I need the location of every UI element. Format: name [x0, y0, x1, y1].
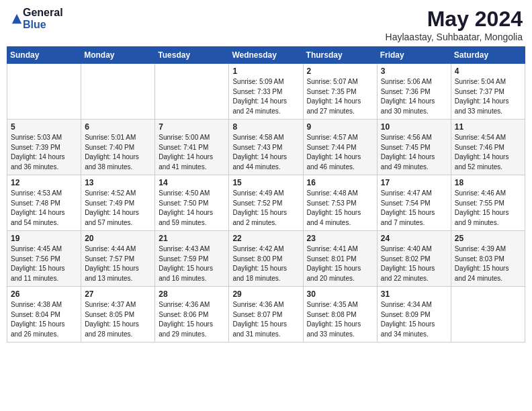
- day-info: Sunrise: 4:49 AM Sunset: 7:52 PM Dayligh…: [232, 189, 299, 228]
- calendar-table: SundayMondayTuesdayWednesdayThursdayFrid…: [7, 46, 525, 342]
- day-cell: [155, 64, 229, 120]
- logo-icon: [11, 13, 23, 25]
- day-number: 25: [455, 234, 521, 243]
- day-number: 28: [159, 289, 225, 299]
- logo-text: General Blue: [23, 7, 63, 30]
- day-cell: 30Sunrise: 4:35 AM Sunset: 8:08 PM Dayli…: [303, 287, 377, 342]
- day-info: Sunrise: 4:48 AM Sunset: 7:53 PM Dayligh…: [307, 189, 373, 228]
- day-info: Sunrise: 4:54 AM Sunset: 7:46 PM Dayligh…: [455, 133, 521, 172]
- day-info: Sunrise: 4:47 AM Sunset: 7:54 PM Dayligh…: [381, 189, 447, 228]
- day-info: Sunrise: 4:36 AM Sunset: 8:06 PM Dayligh…: [159, 300, 225, 339]
- week-row-3: 12Sunrise: 4:53 AM Sunset: 7:48 PM Dayli…: [7, 175, 525, 231]
- day-cell: 8Sunrise: 4:58 AM Sunset: 7:43 PM Daylig…: [229, 120, 303, 175]
- day-number: 27: [85, 289, 151, 299]
- day-number: 5: [11, 122, 77, 132]
- day-info: Sunrise: 4:39 AM Sunset: 8:03 PM Dayligh…: [455, 244, 521, 283]
- day-number: 4: [455, 66, 521, 76]
- day-number: 11: [455, 122, 521, 132]
- day-cell: 29Sunrise: 4:36 AM Sunset: 8:07 PM Dayli…: [229, 287, 303, 342]
- day-cell: 10Sunrise: 4:56 AM Sunset: 7:45 PM Dayli…: [377, 120, 451, 175]
- day-cell: 7Sunrise: 5:00 AM Sunset: 7:41 PM Daylig…: [155, 120, 229, 175]
- day-number: 16: [307, 178, 373, 187]
- day-number: 26: [11, 289, 77, 299]
- day-cell: 15Sunrise: 4:49 AM Sunset: 7:52 PM Dayli…: [229, 175, 303, 231]
- day-info: Sunrise: 4:36 AM Sunset: 8:07 PM Dayligh…: [232, 300, 299, 339]
- day-header-thursday: Thursday: [303, 47, 377, 64]
- day-cell: 26Sunrise: 4:38 AM Sunset: 8:04 PM Dayli…: [7, 287, 81, 342]
- day-info: Sunrise: 4:52 AM Sunset: 7:49 PM Dayligh…: [85, 189, 151, 228]
- day-header-sunday: Sunday: [7, 47, 81, 64]
- day-number: 20: [85, 234, 151, 243]
- day-number: 23: [307, 234, 373, 243]
- day-cell: [7, 64, 81, 120]
- day-number: 15: [232, 178, 299, 187]
- day-cell: 6Sunrise: 5:01 AM Sunset: 7:40 PM Daylig…: [81, 120, 155, 175]
- week-row-2: 5Sunrise: 5:03 AM Sunset: 7:39 PM Daylig…: [7, 120, 525, 175]
- day-number: 18: [455, 178, 521, 187]
- day-info: Sunrise: 4:41 AM Sunset: 8:01 PM Dayligh…: [307, 244, 373, 283]
- day-header-friday: Friday: [377, 47, 451, 64]
- day-info: Sunrise: 4:57 AM Sunset: 7:44 PM Dayligh…: [307, 133, 373, 172]
- day-header-wednesday: Wednesday: [229, 47, 303, 64]
- logo: General Blue: [9, 7, 63, 30]
- month-title: May 2024: [386, 7, 523, 32]
- day-number: 14: [159, 178, 225, 187]
- day-cell: [451, 287, 525, 342]
- day-cell: 9Sunrise: 4:57 AM Sunset: 7:44 PM Daylig…: [303, 120, 377, 175]
- day-cell: 4Sunrise: 5:04 AM Sunset: 7:37 PM Daylig…: [451, 64, 525, 120]
- day-info: Sunrise: 4:44 AM Sunset: 7:57 PM Dayligh…: [85, 244, 151, 283]
- logo-general: General: [23, 7, 63, 19]
- day-info: Sunrise: 5:00 AM Sunset: 7:41 PM Dayligh…: [159, 133, 225, 172]
- day-number: 24: [381, 234, 447, 243]
- svg-marker-0: [12, 13, 21, 23]
- day-cell: 21Sunrise: 4:43 AM Sunset: 7:59 PM Dayli…: [155, 231, 229, 287]
- day-number: 30: [307, 289, 373, 299]
- day-number: 10: [381, 122, 447, 132]
- day-cell: 17Sunrise: 4:47 AM Sunset: 7:54 PM Dayli…: [377, 175, 451, 231]
- day-info: Sunrise: 5:07 AM Sunset: 7:35 PM Dayligh…: [307, 77, 373, 116]
- logo-blue: Blue: [23, 19, 63, 31]
- week-row-4: 19Sunrise: 4:45 AM Sunset: 7:56 PM Dayli…: [7, 231, 525, 287]
- day-cell: 24Sunrise: 4:40 AM Sunset: 8:02 PM Dayli…: [377, 231, 451, 287]
- day-info: Sunrise: 5:03 AM Sunset: 7:39 PM Dayligh…: [11, 133, 77, 172]
- day-info: Sunrise: 5:04 AM Sunset: 7:37 PM Dayligh…: [455, 77, 521, 116]
- day-info: Sunrise: 4:50 AM Sunset: 7:50 PM Dayligh…: [159, 189, 225, 228]
- day-cell: 3Sunrise: 5:06 AM Sunset: 7:36 PM Daylig…: [377, 64, 451, 120]
- day-cell: 11Sunrise: 4:54 AM Sunset: 7:46 PM Dayli…: [451, 120, 525, 175]
- day-info: Sunrise: 4:53 AM Sunset: 7:48 PM Dayligh…: [11, 189, 77, 228]
- day-cell: 25Sunrise: 4:39 AM Sunset: 8:03 PM Dayli…: [451, 231, 525, 287]
- day-number: 9: [307, 122, 373, 132]
- day-cell: 13Sunrise: 4:52 AM Sunset: 7:49 PM Dayli…: [81, 175, 155, 231]
- day-cell: 28Sunrise: 4:36 AM Sunset: 8:06 PM Dayli…: [155, 287, 229, 342]
- day-info: Sunrise: 5:06 AM Sunset: 7:36 PM Dayligh…: [381, 77, 447, 116]
- day-number: 3: [381, 66, 447, 76]
- day-cell: 31Sunrise: 4:34 AM Sunset: 8:09 PM Dayli…: [377, 287, 451, 342]
- day-info: Sunrise: 4:58 AM Sunset: 7:43 PM Dayligh…: [232, 133, 299, 172]
- day-cell: 27Sunrise: 4:37 AM Sunset: 8:05 PM Dayli…: [81, 287, 155, 342]
- day-cell: 1Sunrise: 5:09 AM Sunset: 7:33 PM Daylig…: [229, 64, 303, 120]
- day-info: Sunrise: 4:38 AM Sunset: 8:04 PM Dayligh…: [11, 300, 77, 339]
- day-number: 21: [159, 234, 225, 243]
- day-header-saturday: Saturday: [451, 47, 525, 64]
- day-info: Sunrise: 5:09 AM Sunset: 7:33 PM Dayligh…: [232, 77, 299, 116]
- day-cell: 19Sunrise: 4:45 AM Sunset: 7:56 PM Dayli…: [7, 231, 81, 287]
- day-cell: 16Sunrise: 4:48 AM Sunset: 7:53 PM Dayli…: [303, 175, 377, 231]
- day-info: Sunrise: 4:56 AM Sunset: 7:45 PM Dayligh…: [381, 133, 447, 172]
- day-number: 22: [232, 234, 299, 243]
- day-number: 1: [232, 66, 299, 76]
- day-info: Sunrise: 4:45 AM Sunset: 7:56 PM Dayligh…: [11, 244, 77, 283]
- day-number: 31: [381, 289, 447, 299]
- day-number: 6: [85, 122, 151, 132]
- day-number: 2: [307, 66, 373, 76]
- page-header: General Blue May 2024 Haylaastay, Suhbaa…: [7, 7, 525, 42]
- day-cell: 5Sunrise: 5:03 AM Sunset: 7:39 PM Daylig…: [7, 120, 81, 175]
- day-number: 7: [159, 122, 225, 132]
- day-info: Sunrise: 4:34 AM Sunset: 8:09 PM Dayligh…: [381, 300, 447, 339]
- day-number: 13: [85, 178, 151, 187]
- day-cell: 20Sunrise: 4:44 AM Sunset: 7:57 PM Dayli…: [81, 231, 155, 287]
- day-info: Sunrise: 4:40 AM Sunset: 8:02 PM Dayligh…: [381, 244, 447, 283]
- day-header-monday: Monday: [81, 47, 155, 64]
- day-cell: 14Sunrise: 4:50 AM Sunset: 7:50 PM Dayli…: [155, 175, 229, 231]
- title-block: May 2024 Haylaastay, Suhbaatar, Mongolia: [386, 7, 523, 42]
- day-info: Sunrise: 4:37 AM Sunset: 8:05 PM Dayligh…: [85, 300, 151, 339]
